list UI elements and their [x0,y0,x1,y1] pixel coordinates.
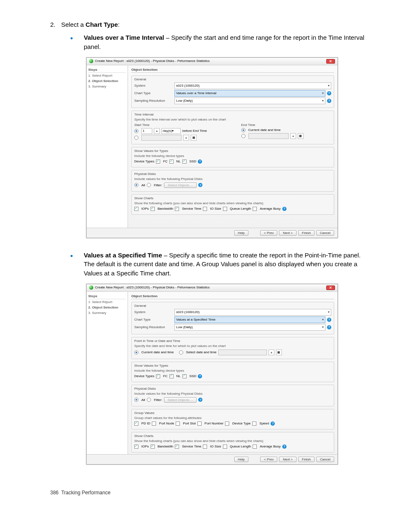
ssd-checkbox[interactable] [182,159,187,164]
next-button[interactable]: Next > [279,230,296,236]
prev-button[interactable]: < Prev [260,230,277,236]
queue-length-checkbox[interactable] [223,207,227,211]
average-busy-checkbox[interactable] [253,445,257,449]
step-line: 2. Select a Chart Type: [50,21,374,28]
portnode-checkbox[interactable] [152,421,156,426]
sampling-dropdown[interactable]: Low (Daily)▾ [174,98,325,104]
sampling-dropdown[interactable]: Low (Daily)▾ [174,324,325,331]
prev-button[interactable]: < Prev [260,457,277,462]
start-date-input[interactable] [141,135,182,141]
select-date-input[interactable] [218,350,267,355]
finish-button[interactable]: Finish [298,230,315,236]
dialog-time-interval: Create New Report : s023 (1000120) - Phy… [86,57,338,238]
current-date-radio[interactable] [134,350,138,355]
spinner-icon[interactable]: ▴ [290,133,296,139]
fc-checkbox[interactable] [156,374,160,378]
spinner-icon[interactable]: ▴ [154,128,160,134]
info-icon[interactable]: ? [327,318,331,322]
info-icon[interactable]: ? [271,421,275,426]
calendar-icon[interactable]: ▦ [191,135,197,141]
io-size-checkbox[interactable] [203,445,207,449]
cancel-button[interactable]: Cancel [316,230,334,236]
system-dropdown[interactable]: s023 (1000120)▾ [174,309,331,316]
end-date-input[interactable] [248,133,289,139]
speed-checkbox[interactable] [252,421,256,426]
info-icon[interactable]: ? [327,99,331,103]
info-icon[interactable]: ? [327,91,331,95]
system-dropdown[interactable]: s023 (1000120)▾ [174,82,331,89]
select-date-radio[interactable] [179,350,183,355]
queue-length-checkbox[interactable] [223,445,227,449]
step-item[interactable]: 2. Object Selection [88,305,126,310]
section-sub: Show the following charts (you can also … [134,201,331,205]
current-date-label: Current date and time [248,128,281,132]
info-icon[interactable]: ? [198,374,202,378]
section-header: Time Interval [134,113,331,116]
nl-checkbox[interactable] [169,374,174,378]
start-value-input[interactable]: 1 [141,128,152,134]
bandwidth-checkbox[interactable] [151,207,155,211]
end-current-radio[interactable] [241,128,246,132]
portslot-checkbox[interactable] [176,421,180,426]
info-icon[interactable]: ? [327,325,331,329]
step-item[interactable]: 3. Summary [88,310,126,316]
info-icon[interactable]: ? [198,159,202,164]
end-time-header: End Time [241,123,332,127]
info-icon[interactable]: ? [198,398,202,402]
calendar-icon[interactable]: ▦ [276,350,282,355]
filter-radio[interactable] [147,183,151,187]
info-icon[interactable]: ? [282,445,286,449]
start-absolute-radio[interactable] [134,136,138,140]
next-button[interactable]: Next > [279,457,296,462]
show-charts-section: Show Charts Show the following charts (y… [131,432,334,452]
dialog-title-text: Create New Report : s023 (1000120) - Phy… [95,59,210,63]
dialog-footer: Help < Prev Next > Finish Cancel [87,228,338,238]
devicetype-checkbox[interactable] [225,421,229,426]
device-types-label: Device Types [134,374,154,378]
help-button[interactable]: Help [234,457,248,462]
all-radio[interactable] [134,183,138,187]
close-icon[interactable]: ✕ [326,285,335,290]
pdid-checkbox[interactable] [134,421,138,426]
step-item[interactable]: 1. Select Report [88,73,126,78]
ssd-checkbox[interactable] [182,374,187,378]
help-button[interactable]: Help [234,230,248,236]
select-objects-button[interactable]: Select Objects ... [164,182,197,188]
start-unit-dropdown[interactable]: day(s) ▾ [161,128,181,134]
select-objects-button[interactable]: Select Objects ... [164,397,197,403]
section-header: Show Values for Types [134,149,331,153]
end-absolute-radio[interactable] [241,134,246,138]
chart-type-dropdown[interactable]: Values over a Time Interval▾ [174,90,325,97]
cancel-button[interactable]: Cancel [316,457,334,462]
bandwidth-checkbox[interactable] [151,445,155,449]
calendar-icon[interactable]: ▦ [298,133,304,139]
io-size-checkbox[interactable] [203,207,207,211]
iops-checkbox[interactable] [134,445,138,449]
info-icon[interactable]: ? [198,183,202,187]
section-sub: Specify the time interval over which to … [134,118,331,121]
spinner-icon[interactable]: ▴ [183,135,189,141]
filter-radio[interactable] [147,398,151,402]
fc-checkbox[interactable] [156,159,160,164]
section-header: Show Charts [134,196,331,200]
spinner-icon[interactable]: ▴ [269,350,274,355]
service-time-checkbox[interactable] [175,207,179,211]
step-item[interactable]: 2. Object Selection [88,78,126,84]
all-radio[interactable] [134,398,138,402]
iops-checkbox[interactable] [134,207,138,211]
info-icon[interactable]: ? [282,207,286,211]
service-time-checkbox[interactable] [175,445,179,449]
chart-type-dropdown[interactable]: Values at a Specified Time▾ [174,316,325,323]
portnumber-checkbox[interactable] [197,421,202,426]
nl-checkbox[interactable] [169,159,174,164]
start-relative-radio[interactable] [134,129,138,133]
step-item[interactable]: 1. Select Report [88,299,126,305]
finish-button[interactable]: Finish [298,457,315,462]
section-header: Show Charts [134,434,331,438]
average-busy-checkbox[interactable] [253,207,257,211]
app-icon [89,59,93,63]
section-sub: Group chart values for the following att… [134,416,331,420]
step-item[interactable]: 3. Summary [88,84,126,89]
sampling-label: Sampling Resolution [134,325,173,329]
close-icon[interactable]: ✕ [326,59,335,64]
